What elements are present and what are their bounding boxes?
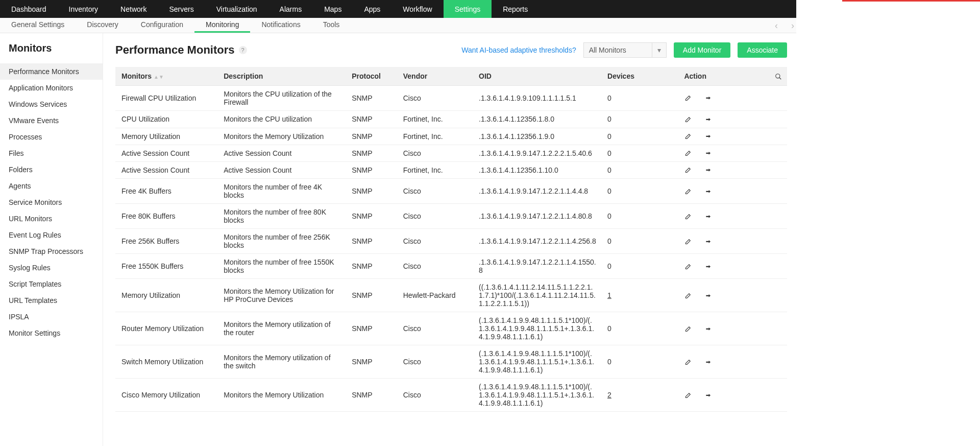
subnav-configuration[interactable]: Configuration xyxy=(130,18,194,33)
sidebar-item-folders[interactable]: Folders xyxy=(0,161,103,178)
topnav-alarms[interactable]: Alarms xyxy=(268,0,313,18)
export-icon[interactable] xyxy=(704,358,713,366)
subnav-next-icon[interactable]: › xyxy=(791,20,794,31)
subnav-tools[interactable]: Tools xyxy=(312,18,351,33)
col-protocol[interactable]: Protocol xyxy=(347,67,398,86)
col-vendor[interactable]: Vendor xyxy=(398,67,474,86)
sidebar-item-url-monitors[interactable]: URL Monitors xyxy=(0,210,103,227)
edit-icon[interactable] xyxy=(684,166,691,174)
cell-protocol: SNMP xyxy=(347,111,398,128)
export-icon[interactable] xyxy=(704,187,713,195)
topnav-settings[interactable]: Settings xyxy=(444,0,492,18)
sidebar-item-snmp-trap-processors[interactable]: SNMP Trap Processors xyxy=(0,243,103,260)
export-icon[interactable] xyxy=(704,262,713,270)
cell-devices[interactable]: 2 xyxy=(602,379,679,412)
sidebar-item-files[interactable]: Files xyxy=(0,145,103,161)
table-row: Active Session CountActive Session Count… xyxy=(115,145,787,161)
subnav-monitoring[interactable]: Monitoring xyxy=(194,18,250,33)
subnav-discovery[interactable]: Discovery xyxy=(76,18,129,33)
topnav-workflow[interactable]: Workflow xyxy=(391,0,443,18)
col-monitors[interactable]: Monitors xyxy=(121,72,152,80)
export-icon[interactable] xyxy=(704,324,713,333)
sub-nav: General SettingsDiscoveryConfigurationMo… xyxy=(0,18,796,33)
edit-icon[interactable] xyxy=(684,291,691,299)
edit-icon[interactable] xyxy=(684,212,691,220)
export-icon[interactable] xyxy=(704,166,713,174)
edit-icon[interactable] xyxy=(684,262,691,270)
topnav-reports[interactable]: Reports xyxy=(492,0,539,18)
export-icon[interactable] xyxy=(704,291,713,299)
sidebar-item-monitor-settings[interactable]: Monitor Settings xyxy=(0,325,103,341)
edit-icon[interactable] xyxy=(684,324,691,333)
col-action[interactable]: Action xyxy=(679,67,766,86)
topnav-network[interactable]: Network xyxy=(109,0,158,18)
sidebar-item-processes[interactable]: Processes xyxy=(0,129,103,145)
table-row: Firewall CPU UtilizationMonitors the CPU… xyxy=(115,86,787,111)
cell-monitor: Active Session Count xyxy=(115,145,218,161)
sidebar-item-agents[interactable]: Agents xyxy=(0,178,103,194)
export-icon[interactable] xyxy=(704,391,713,399)
cell-devices: 0 xyxy=(602,162,679,179)
edit-icon[interactable] xyxy=(684,391,691,399)
associate-button[interactable]: Associate xyxy=(738,42,787,58)
sidebar-item-windows-services[interactable]: Windows Services xyxy=(0,96,103,112)
export-icon[interactable] xyxy=(704,132,713,140)
export-icon[interactable] xyxy=(704,115,713,123)
sidebar-item-url-templates[interactable]: URL Templates xyxy=(0,292,103,309)
topnav-apps[interactable]: Apps xyxy=(353,0,391,18)
export-icon[interactable] xyxy=(704,149,713,157)
monitors-filter-dropdown[interactable]: All Monitors ▾ xyxy=(583,42,667,58)
edit-icon[interactable] xyxy=(684,187,691,195)
add-monitor-button[interactable]: Add Monitor xyxy=(674,42,730,58)
sidebar-item-application-monitors[interactable]: Application Monitors xyxy=(0,80,103,96)
edit-icon[interactable] xyxy=(684,237,691,245)
sidebar-item-service-monitors[interactable]: Service Monitors xyxy=(0,194,103,210)
ai-thresholds-link[interactable]: Want AI-based adaptive thresholds? xyxy=(461,46,576,54)
edit-icon[interactable] xyxy=(684,358,691,366)
export-icon[interactable] xyxy=(704,94,713,102)
cell-devices: 0 xyxy=(602,86,679,111)
kebab-menu-icon[interactable] xyxy=(964,0,979,18)
edit-icon[interactable] xyxy=(684,149,691,157)
search-icon[interactable] xyxy=(775,72,782,80)
sidebar-item-vmware-events[interactable]: VMware Events xyxy=(0,112,103,129)
cell-monitor: Router Memory Utilization xyxy=(115,312,218,345)
export-icon[interactable] xyxy=(704,212,713,220)
topnav-servers[interactable]: Servers xyxy=(158,0,205,18)
topnav-inventory[interactable]: Inventory xyxy=(58,0,110,18)
col-devices[interactable]: Devices xyxy=(602,67,679,86)
cell-oid: .1.3.6.1.4.1.9.9.147.1.2.2.1.1.4.4.8 xyxy=(474,179,602,204)
svg-line-4 xyxy=(779,78,781,80)
table-row: Free 1550K BuffersMonitors the number of… xyxy=(115,254,787,279)
table-row: Free 4K BuffersMonitors the number of fr… xyxy=(115,179,787,204)
cell-devices[interactable]: 1 xyxy=(602,279,679,312)
sidebar-item-performance-monitors[interactable]: Performance Monitors xyxy=(0,63,103,80)
col-description[interactable]: Description xyxy=(218,67,347,86)
sort-icon[interactable]: ▲▼ xyxy=(154,74,164,80)
edit-icon[interactable] xyxy=(684,115,691,123)
help-icon[interactable]: ? xyxy=(239,46,247,54)
sidebar-item-syslog-rules[interactable]: Syslog Rules xyxy=(0,260,103,276)
sidebar-item-event-log-rules[interactable]: Event Log Rules xyxy=(0,227,103,243)
topnav-virtualization[interactable]: Virtualization xyxy=(205,0,268,18)
subnav-prev-icon[interactable]: ‹ xyxy=(775,20,778,31)
col-oid[interactable]: OID xyxy=(474,67,602,86)
cell-vendor: Fortinet, Inc. xyxy=(398,111,474,128)
cell-oid: .1.3.6.1.4.1.9.9.147.1.2.2.1.1.4.1550.8 xyxy=(474,254,602,279)
sidebar-item-script-templates[interactable]: Script Templates xyxy=(0,276,103,292)
monitors-table: Monitors▲▼ Description Protocol Vendor O… xyxy=(115,67,787,412)
edit-icon[interactable] xyxy=(684,94,691,102)
edit-icon[interactable] xyxy=(684,132,691,140)
cell-action xyxy=(679,162,766,179)
content: Performance Monitors ? Want AI-based ada… xyxy=(103,33,796,446)
cell-protocol: SNMP xyxy=(347,279,398,312)
sidebar-item-ipsla[interactable]: IPSLA xyxy=(0,309,103,325)
export-icon[interactable] xyxy=(704,237,713,245)
table-row: Memory UtilizationMonitors the Memory Ut… xyxy=(115,128,787,145)
cell-description: Monitors the CPU utilization xyxy=(218,111,347,128)
topnav-dashboard[interactable]: Dashboard xyxy=(0,0,58,18)
subnav-notifications[interactable]: Notifications xyxy=(250,18,311,33)
subnav-general-settings[interactable]: General Settings xyxy=(0,18,76,33)
cell-description: Monitors the number of free 4K blocks xyxy=(218,179,347,204)
topnav-maps[interactable]: Maps xyxy=(313,0,353,18)
